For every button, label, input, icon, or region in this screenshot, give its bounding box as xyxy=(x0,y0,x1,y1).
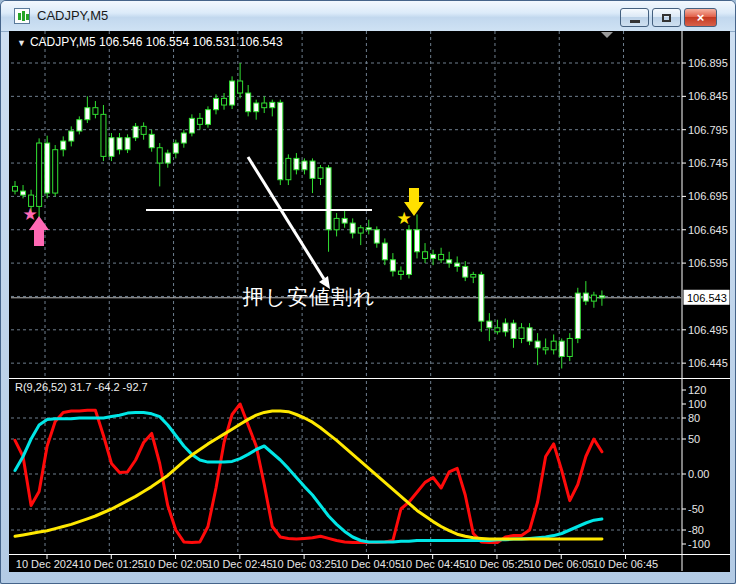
time-axis-label: 10 Dec 06:05 xyxy=(529,558,594,570)
candle-body xyxy=(479,274,484,321)
candle-body xyxy=(455,263,460,266)
candle-body xyxy=(149,134,154,147)
price-axis-label: 106.895 xyxy=(688,57,728,69)
candle-body xyxy=(495,328,500,332)
quote-line: ▼CADJPY,M5 106.546 106.554 106.531 106.5… xyxy=(17,35,283,49)
candle-body xyxy=(205,110,210,125)
indicator-axis-label: -50 xyxy=(688,503,704,515)
time-axis-label: 10 Dec 01:25 xyxy=(79,558,144,570)
candle-body xyxy=(591,295,596,301)
minimize-button[interactable] xyxy=(620,8,649,27)
yellow-star-icon[interactable]: ★ xyxy=(396,209,411,228)
candle-body xyxy=(133,126,138,137)
candle-body xyxy=(463,266,468,277)
indicator-axis-label: -100 xyxy=(688,538,710,550)
candle-body xyxy=(238,81,243,93)
candle-body xyxy=(366,228,371,230)
indicator-axis-label: -80 xyxy=(688,524,704,536)
candle-body xyxy=(503,323,508,332)
candle-body xyxy=(157,148,162,163)
candle-body xyxy=(246,93,251,112)
time-axis-label: 10 Dec 04:45 xyxy=(400,558,465,570)
candle-body xyxy=(37,143,42,206)
candle-body xyxy=(350,223,355,233)
indicator-axis-label: 100 xyxy=(688,398,706,410)
candle-body xyxy=(21,191,26,195)
candle-body xyxy=(302,161,307,170)
window-chart-icon xyxy=(14,8,30,24)
time-axis-label: 10 Dec 02:45 xyxy=(207,558,272,570)
candle-body xyxy=(214,98,219,109)
candle-body xyxy=(334,218,339,229)
close-button[interactable]: × xyxy=(684,8,717,27)
candle-body xyxy=(318,168,323,179)
candle-body xyxy=(431,254,436,258)
close-icon: × xyxy=(697,10,705,25)
restore-button[interactable] xyxy=(652,8,681,27)
candle-body xyxy=(567,338,572,356)
candle-body xyxy=(13,186,18,191)
candle-body xyxy=(181,133,186,143)
candle-body xyxy=(117,138,122,150)
chart-shift-marker-icon xyxy=(601,32,613,38)
candle-body xyxy=(527,328,532,341)
candle-body xyxy=(423,252,428,259)
time-axis-label: 10 Dec 04:05 xyxy=(336,558,401,570)
indicator-header: R(9,26,52) 31.7 -64.2 -92.7 xyxy=(15,381,148,393)
candle-body xyxy=(415,230,420,252)
candle-body xyxy=(551,341,556,350)
candle-body xyxy=(599,296,604,298)
title-bar[interactable]: CADJPY,M5 × xyxy=(1,1,735,32)
candle-body xyxy=(583,293,588,301)
price-axis-label: 106.795 xyxy=(688,124,728,136)
candle-body xyxy=(270,102,275,107)
chart-client-area: ★★106.895106.845106.795106.745106.695106… xyxy=(9,31,730,572)
candle-body xyxy=(575,293,580,338)
price-axis-label: 106.745 xyxy=(688,157,728,169)
price-axis-label: 106.645 xyxy=(688,224,728,236)
indicator-axis-label: 0.00 xyxy=(688,468,709,480)
candle-body xyxy=(61,141,66,150)
indicator-axis-label: 120 xyxy=(688,384,706,396)
candle-body xyxy=(310,161,315,178)
price-axis-label: 106.845 xyxy=(688,90,728,102)
candle-body xyxy=(69,131,74,141)
candle-body xyxy=(286,158,291,179)
minimize-icon xyxy=(630,20,640,23)
candle-body xyxy=(519,328,524,339)
candle-body xyxy=(278,102,283,179)
candle-body xyxy=(109,138,114,157)
candle-body xyxy=(535,341,540,348)
price-axis-label: 106.595 xyxy=(688,257,728,269)
candle-body xyxy=(382,243,387,260)
candle-body xyxy=(93,108,98,115)
candle-body xyxy=(173,143,178,153)
candle-body xyxy=(254,103,259,112)
candle-body xyxy=(85,108,90,120)
candle-body xyxy=(342,218,347,223)
candle-body xyxy=(358,228,363,233)
pink-star-icon[interactable]: ★ xyxy=(22,205,37,224)
time-axis-label: 10 Dec 2024 xyxy=(16,558,78,570)
indicator-axis-label: 80 xyxy=(688,412,700,424)
candle-body xyxy=(326,168,331,230)
time-axis-label: 10 Dec 03:25 xyxy=(271,558,336,570)
candle-body xyxy=(511,323,516,338)
candle-body xyxy=(125,138,130,150)
quote-collapse-icon[interactable]: ▼ xyxy=(17,38,26,48)
candle-body xyxy=(141,126,146,134)
candle-body xyxy=(197,118,202,124)
candle-body xyxy=(543,348,548,350)
candle-body xyxy=(230,81,235,105)
chart-window: CADJPY,M5 × ★★106.895106.845106.795106.7… xyxy=(0,0,736,584)
candle-body xyxy=(406,230,411,275)
price-axis-label: 106.445 xyxy=(688,357,728,369)
candle-body xyxy=(390,260,395,271)
candle-body xyxy=(559,341,564,356)
current-price-label: 106.543 xyxy=(687,292,727,304)
candle-body xyxy=(189,118,194,133)
window-title: CADJPY,M5 xyxy=(37,8,108,23)
time-axis-label: 10 Dec 02:05 xyxy=(143,558,208,570)
indicator-axis-label: 50 xyxy=(688,433,700,445)
breakout-annotation-text[interactable]: 押し安値割れ xyxy=(219,283,399,311)
